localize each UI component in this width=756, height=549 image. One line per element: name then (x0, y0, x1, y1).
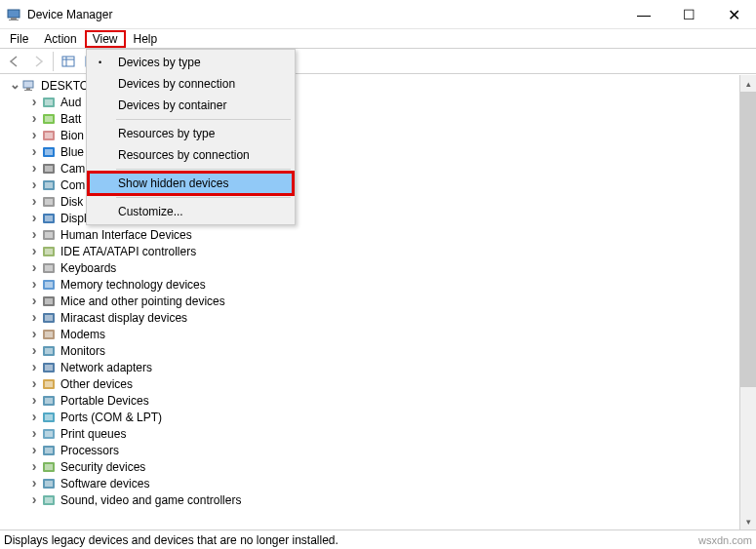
menu-item[interactable]: •Devices by type (89, 52, 293, 73)
expand-icon[interactable] (27, 359, 41, 374)
scroll-up-icon[interactable]: ▴ (740, 75, 756, 92)
expand-icon[interactable] (27, 127, 41, 142)
back-button[interactable] (4, 51, 25, 72)
menu-item[interactable]: Resources by type (89, 123, 293, 144)
expand-icon[interactable] (27, 143, 41, 159)
tree-node[interactable]: Print queues (0, 425, 739, 442)
expand-icon[interactable] (27, 442, 41, 457)
status-text: Displays legacy devices and devices that… (4, 533, 338, 547)
expand-icon[interactable] (27, 491, 41, 507)
expand-icon[interactable] (27, 276, 41, 292)
forward-button[interactable] (27, 51, 49, 72)
titlebar: Device Manager — ☐ ✕ (0, 0, 756, 29)
svg-rect-40 (45, 332, 53, 337)
menu-item[interactable]: Devices by connection (89, 73, 293, 95)
svg-rect-60 (45, 497, 53, 503)
menu-item[interactable]: Resources by connection (89, 144, 293, 166)
menu-action[interactable]: Action (36, 30, 84, 48)
miracast-icon (41, 310, 57, 326)
scrollbar-thumb[interactable] (740, 92, 756, 387)
svg-rect-2 (9, 20, 19, 20)
tree-node[interactable]: Mice and other pointing devices (0, 293, 739, 309)
menu-item-label: Show hidden devices (118, 176, 228, 190)
expand-icon[interactable] (27, 342, 41, 358)
disk-icon (41, 194, 57, 210)
tree-node[interactable]: Miracast display devices (0, 309, 739, 326)
bluetooth-icon (41, 144, 57, 160)
expand-icon[interactable] (27, 475, 41, 490)
menu-item-label: Resources by connection (118, 148, 250, 162)
close-button[interactable]: ✕ (711, 0, 756, 29)
expand-icon[interactable] (27, 293, 41, 308)
expand-icon[interactable] (27, 309, 41, 325)
modem-icon (41, 327, 57, 342)
tree-node[interactable]: Processors (0, 442, 739, 458)
tree-node-label: Other devices (60, 377, 133, 391)
maximize-button[interactable]: ☐ (666, 0, 711, 29)
tree-node[interactable]: Monitors (0, 342, 739, 359)
tree-node[interactable]: Software devices (0, 475, 739, 491)
tree-node[interactable]: Network adapters (0, 359, 739, 375)
expand-icon[interactable] (27, 458, 41, 474)
tree-node[interactable]: Portable Devices (0, 392, 739, 409)
svg-rect-9 (26, 88, 30, 90)
expand-icon[interactable] (27, 210, 41, 225)
expand-icon[interactable] (27, 259, 41, 275)
minimize-button[interactable]: — (621, 0, 666, 29)
scroll-down-icon[interactable]: ▾ (740, 513, 756, 529)
tree-node[interactable]: Modems (0, 326, 739, 342)
expand-icon[interactable] (8, 77, 21, 92)
menu-item-label: Devices by type (118, 56, 201, 69)
svg-rect-3 (62, 57, 74, 66)
menu-item[interactable]: Customize... (89, 201, 293, 222)
tree-node-label: Processors (60, 444, 119, 457)
svg-rect-16 (45, 133, 53, 138)
other-icon (41, 376, 57, 392)
keyboard-icon (41, 260, 57, 276)
svg-rect-22 (45, 182, 53, 188)
menubar: File Action View Help (0, 29, 756, 49)
tree-node[interactable]: Memory technology devices (0, 276, 739, 293)
expand-icon[interactable] (27, 392, 41, 408)
app-icon (6, 7, 21, 22)
menu-item[interactable]: Show hidden devices (89, 173, 293, 194)
menu-file[interactable]: File (2, 30, 36, 48)
tree-node-label: Bion (60, 129, 84, 142)
svg-rect-26 (45, 216, 53, 221)
vertical-scrollbar[interactable]: ▴ ▾ (739, 75, 756, 529)
svg-rect-38 (45, 315, 53, 321)
show-hide-tree-button[interactable] (58, 51, 79, 72)
tree-node[interactable]: IDE ATA/ATAPI controllers (0, 243, 739, 259)
tree-node[interactable]: Ports (COM & LPT) (0, 409, 739, 425)
source-watermark: wsxdn.com (698, 534, 752, 546)
expand-icon[interactable] (27, 409, 41, 424)
expand-icon[interactable] (27, 375, 41, 391)
expand-icon[interactable] (27, 243, 41, 258)
menu-help[interactable]: Help (126, 30, 166, 48)
svg-rect-14 (45, 116, 53, 122)
tree-node-label: Miracast display devices (60, 311, 187, 325)
processor-icon (41, 443, 57, 458)
svg-rect-44 (45, 365, 53, 371)
software-icon (41, 476, 57, 491)
expand-icon[interactable] (27, 160, 41, 176)
expand-icon[interactable] (27, 326, 41, 341)
expand-icon[interactable] (27, 110, 41, 126)
menu-item[interactable]: Devices by container (89, 95, 293, 116)
tree-node[interactable]: Keyboards (0, 259, 739, 276)
menu-item-label: Devices by connection (118, 77, 235, 91)
menu-view[interactable]: View (85, 30, 126, 48)
expand-icon[interactable] (27, 425, 41, 441)
expand-icon[interactable] (27, 193, 41, 209)
tree-node[interactable]: Security devices (0, 458, 739, 475)
svg-rect-10 (24, 90, 32, 91)
tree-node[interactable]: Sound, video and game controllers (0, 491, 739, 508)
tree-node[interactable]: Other devices (0, 375, 739, 392)
tree-node-label: Disk (60, 195, 83, 209)
expand-icon[interactable] (27, 226, 41, 242)
expand-icon[interactable] (27, 176, 41, 192)
menu-item-label: Resources by type (118, 127, 215, 140)
tree-node[interactable]: Human Interface Devices (0, 226, 739, 243)
svg-rect-8 (23, 81, 33, 88)
expand-icon[interactable] (27, 94, 41, 109)
